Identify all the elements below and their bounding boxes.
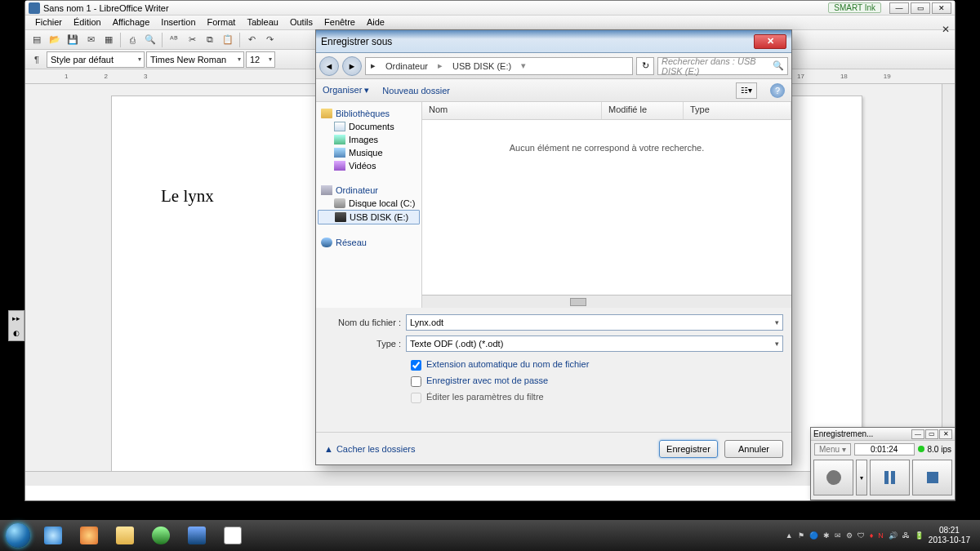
smart-ink-badge[interactable]: SMART Ink — [828, 2, 881, 13]
col-name[interactable]: Nom — [422, 102, 602, 119]
document-text[interactable]: Le lynx — [161, 186, 214, 207]
save-icon[interactable]: 💾 — [65, 32, 81, 48]
menu-edition[interactable]: Édition — [69, 16, 106, 29]
tree-usb-disk[interactable]: USB DISK (E:) — [318, 210, 420, 224]
mail-icon[interactable]: ✉ — [82, 32, 99, 48]
tree-computer[interactable]: Ordinateur — [318, 184, 420, 197]
help-button[interactable]: ? — [770, 83, 785, 98]
tray-up-icon[interactable]: ▲ — [786, 531, 793, 540]
nav-back-button[interactable]: ◄ — [319, 56, 339, 76]
column-headers[interactable]: Nom Modifié le Type — [422, 102, 791, 120]
organize-button[interactable]: Organiser ▾ — [323, 85, 369, 96]
recorder-titlebar[interactable]: Enregistremen... — ▭ ✕ — [811, 428, 955, 441]
menu-fichier[interactable]: Fichier — [30, 16, 67, 29]
taskbar-explorer[interactable] — [108, 523, 142, 548]
cancel-button[interactable]: Annuler — [724, 440, 783, 458]
horizontal-scrollbar[interactable] — [25, 471, 942, 486]
dialog-titlebar[interactable]: Enregistrer sous ✕ — [316, 30, 791, 53]
side-toolbox[interactable]: ▸▸ ◐ — [8, 310, 24, 341]
undo-icon[interactable]: ↶ — [243, 32, 260, 48]
save-button[interactable]: Enregistrer — [659, 440, 718, 458]
font-size-combo[interactable]: 12 — [246, 51, 275, 68]
type-label: Type : — [324, 339, 406, 349]
rec-max-button[interactable]: ▭ — [925, 429, 938, 439]
list-hscrollbar[interactable] — [422, 295, 791, 308]
minimize-button[interactable]: — — [889, 2, 909, 14]
redo-icon[interactable]: ↷ — [261, 32, 278, 48]
search-input[interactable]: Rechercher dans : USB DISK (E:) 🔍 — [657, 57, 788, 75]
maximize-button[interactable]: ▭ — [911, 2, 930, 14]
print-icon[interactable]: ⎙ — [124, 32, 140, 48]
empty-message: Aucun élément ne correspond à votre rech… — [422, 120, 791, 153]
breadcrumb[interactable]: ▸ Ordinateur ▸ USB DISK (E:) ▾ — [365, 57, 633, 75]
paste-icon[interactable]: 📋 — [220, 32, 236, 48]
tree-images[interactable]: Images — [318, 133, 420, 146]
filetype-combo[interactable]: Texte ODF (.odt) (*.odt) — [406, 335, 783, 352]
rec-time: 0:01:24 — [854, 443, 915, 455]
rec-pause-button[interactable] — [870, 460, 910, 495]
crumb-usb[interactable]: USB DISK (E:) — [448, 61, 516, 71]
nav-fwd-button[interactable]: ► — [342, 56, 362, 76]
tree-videos[interactable]: Vidéos — [318, 159, 420, 172]
col-modified[interactable]: Modifié le — [602, 102, 684, 119]
nav-tree: Bibliothèques Documents Images Musique V… — [316, 102, 422, 308]
vertical-scrollbar[interactable] — [942, 84, 955, 471]
tree-disk-c[interactable]: Disque local (C:) — [318, 197, 420, 210]
rec-record-button[interactable] — [813, 460, 853, 495]
spellcheck-icon[interactable]: ᴬᴮ — [166, 32, 182, 48]
filter-checkbox — [411, 393, 421, 403]
new-icon[interactable]: ▤ — [29, 32, 45, 48]
hide-folders-link[interactable]: ▲ Cacher les dossiers — [324, 444, 415, 454]
password-checkbox[interactable] — [411, 376, 421, 387]
toolbox-item[interactable]: ◐ — [9, 326, 24, 340]
file-list[interactable]: Nom Modifié le Type Aucun élément ne cor… — [422, 102, 791, 308]
menu-aide[interactable]: Aide — [362, 16, 390, 29]
view-mode-button[interactable]: ☷▾ — [736, 82, 757, 99]
crumb-computer[interactable]: Ordinateur — [381, 61, 433, 71]
taskbar-smart[interactable] — [144, 523, 178, 548]
filename-input[interactable]: Lynx.odt — [406, 314, 783, 331]
doc-close-icon[interactable]: ✕ — [942, 24, 950, 35]
taskbar-firefox[interactable] — [72, 523, 106, 548]
menu-tableau[interactable]: Tableau — [242, 16, 283, 29]
pdf-icon[interactable]: ▦ — [100, 32, 117, 48]
col-type[interactable]: Type — [684, 102, 791, 119]
window-title: Sans nom 1 - LibreOffice Writer — [43, 3, 169, 13]
cut-icon[interactable]: ✂ — [184, 32, 200, 48]
tree-documents[interactable]: Documents — [318, 120, 420, 133]
system-tray[interactable]: ▲ ⚑🔵✱✉⚙🛡♦N🔊🖧🔋 — [786, 531, 924, 540]
start-button[interactable] — [0, 520, 36, 551]
font-name-combo[interactable]: Times New Roman — [146, 51, 244, 68]
menu-format[interactable]: Format — [203, 16, 241, 29]
tree-music[interactable]: Musique — [318, 146, 420, 159]
menu-outils[interactable]: Outils — [285, 16, 318, 29]
styles-icon[interactable]: ¶ — [29, 51, 45, 68]
dialog-close-button[interactable]: ✕ — [754, 34, 786, 49]
taskbar-clock[interactable]: 08:21 2013-10-17 — [924, 526, 975, 545]
preview-icon[interactable]: 🔍 — [142, 32, 158, 48]
rec-min-button[interactable]: — — [911, 429, 924, 439]
taskbar-app1[interactable] — [180, 523, 214, 548]
paragraph-style-combo[interactable]: Style par défaut — [47, 51, 145, 68]
tree-network[interactable]: Réseau — [318, 236, 420, 249]
dialog-toolbar: Organiser ▾ Nouveau dossier ☷▾ ? — [316, 79, 791, 102]
refresh-button[interactable]: ↻ — [636, 57, 654, 75]
taskbar-ie[interactable] — [36, 523, 70, 548]
auto-extension-label: Extension automatique du nom de fichier — [426, 359, 589, 369]
taskbar-writer[interactable] — [216, 523, 250, 548]
rec-dropdown-button[interactable]: ▾ — [856, 460, 867, 495]
menu-insertion[interactable]: Insertion — [156, 16, 200, 29]
toolbox-arrow-icon[interactable]: ▸▸ — [9, 311, 24, 326]
auto-extension-checkbox[interactable] — [411, 360, 421, 371]
tree-libraries[interactable]: Bibliothèques — [318, 107, 420, 120]
open-icon[interactable]: 📂 — [47, 32, 63, 48]
copy-icon[interactable]: ⧉ — [202, 32, 218, 48]
dialog-title: Enregistrer sous — [321, 36, 392, 47]
menu-fenetre[interactable]: Fenêtre — [319, 16, 360, 29]
menu-affichage[interactable]: Affichage — [108, 16, 155, 29]
new-folder-button[interactable]: Nouveau dossier — [382, 86, 450, 96]
rec-menu-button[interactable]: Menu ▾ — [814, 443, 851, 455]
close-button[interactable]: ✕ — [932, 2, 951, 14]
rec-close-button[interactable]: ✕ — [939, 429, 952, 439]
rec-stop-button[interactable] — [912, 460, 952, 495]
